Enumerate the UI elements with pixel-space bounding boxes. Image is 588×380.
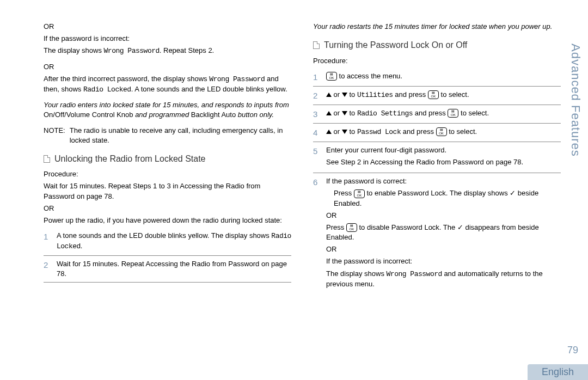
step-row: 5 Enter your current four-digit password… bbox=[313, 142, 561, 173]
left-column: OR If the password is incorrect: The dis… bbox=[44, 22, 291, 348]
down-arrow-icon bbox=[342, 111, 347, 115]
step-number: 6 bbox=[313, 176, 321, 188]
ok-button-icon: ▤OK bbox=[436, 127, 447, 136]
language-tab: English bbox=[528, 364, 588, 380]
display-text: Radio Settings bbox=[357, 109, 413, 118]
procedure-label: Procedure: bbox=[313, 56, 561, 66]
text-or: OR bbox=[44, 22, 291, 32]
text-or: OR bbox=[44, 62, 291, 72]
step-number: 3 bbox=[313, 108, 321, 120]
up-arrow-icon bbox=[326, 130, 332, 134]
step-body: Wait for 15 minutes. Repeat Accessing th… bbox=[57, 259, 291, 279]
step-body: Enter your current four-digit password. … bbox=[326, 145, 561, 169]
page-number: 79 bbox=[567, 345, 578, 356]
text-line: Power up the radio, if you have powered … bbox=[44, 216, 291, 225]
text-line: The display shows Wrong Password. Repeat… bbox=[44, 46, 291, 56]
procedure-label: Procedure: bbox=[44, 169, 291, 179]
step-row: 1 ▤OK to access the menu. bbox=[313, 68, 561, 87]
document-icon bbox=[44, 155, 50, 163]
footer: English bbox=[0, 360, 588, 380]
ok-button-icon: ▤OK bbox=[346, 223, 357, 232]
step-body: or to Radio Settings and press ▤OK to se… bbox=[326, 108, 561, 119]
step-row: 2 or to Utilities and press ▤OK to selec… bbox=[313, 87, 561, 105]
ok-button-icon: ▤OK bbox=[448, 109, 458, 118]
step-body: A tone sounds and the LED double blinks … bbox=[57, 231, 291, 252]
sidebar-section-title: Advanced Features bbox=[568, 44, 583, 157]
note-block: NOTE: The radio is unable to receive any… bbox=[44, 126, 291, 145]
step-number: 1 bbox=[313, 71, 321, 83]
note-label: NOTE: bbox=[44, 126, 65, 145]
up-arrow-icon bbox=[326, 93, 332, 97]
text-line: The display shows Wrong Password and aut… bbox=[326, 269, 561, 289]
step-number: 1 bbox=[44, 231, 51, 242]
down-arrow-icon bbox=[342, 93, 347, 97]
step-row: 2 Wait for 15 minutes. Repeat Accessing … bbox=[44, 256, 291, 283]
text-line: After the third incorrect password, the … bbox=[44, 74, 291, 95]
ok-button-icon: ▤OK bbox=[428, 90, 439, 99]
text-line: Press ▤OK to disable Password Lock. The … bbox=[326, 223, 561, 242]
right-column: Your radio restarts the 15 minutes timer… bbox=[313, 22, 561, 348]
text-line: If the password is incorrect: bbox=[44, 34, 291, 44]
step-number: 2 bbox=[313, 90, 321, 101]
text-or: OR bbox=[44, 204, 291, 213]
step-number: 4 bbox=[313, 127, 321, 138]
ok-button-icon: ▤OK bbox=[326, 72, 337, 81]
step-row: 3 or to Radio Settings and press ▤OK to … bbox=[313, 105, 561, 124]
step-body: If the password is correct: Press ▤OK to… bbox=[326, 176, 561, 291]
section-heading-unlocking: Unlocking the Radio from Locked State bbox=[44, 153, 291, 165]
page-content: OR If the password is incorrect: The dis… bbox=[0, 0, 588, 348]
up-arrow-icon bbox=[326, 111, 332, 115]
note-body: The radio is unable to receive any call,… bbox=[70, 126, 291, 145]
display-text: Wrong Password bbox=[387, 270, 442, 278]
text-line: Press ▤OK to enable Password Lock. The d… bbox=[326, 188, 561, 208]
down-arrow-icon bbox=[342, 130, 347, 134]
step-row: 6 If the password is correct: Press ▤OK … bbox=[313, 173, 561, 295]
step-row: 1 A tone sounds and the LED double blink… bbox=[44, 228, 291, 255]
display-text: Wrong Password bbox=[209, 75, 265, 83]
section-heading-password-lock: Turning the Password Lock On or Off bbox=[313, 39, 561, 51]
italic-note: Your radio enters into locked state for … bbox=[44, 100, 291, 120]
display-text: Utilities bbox=[357, 91, 393, 99]
ok-button-icon: ▤OK bbox=[354, 189, 365, 198]
text-line: If the password is incorrect: bbox=[326, 256, 561, 266]
step-row: 4 or to Passwd Lock and press ▤OK to sel… bbox=[313, 124, 561, 142]
step-number: 2 bbox=[44, 259, 51, 271]
step-body: or to Passwd Lock and press ▤OK to selec… bbox=[326, 127, 561, 137]
text-line: Wait for 15 minutes. Repeat Steps 1 to 3… bbox=[44, 181, 291, 201]
display-text: Passwd Lock bbox=[357, 128, 401, 136]
display-text: Wrong Password bbox=[104, 47, 160, 55]
step-body: or to Utilities and press ▤OK to select. bbox=[326, 90, 561, 100]
step-number: 5 bbox=[313, 145, 321, 157]
text-or: OR bbox=[326, 211, 561, 220]
step-body: ▤OK to access the menu. bbox=[326, 71, 561, 81]
italic-note: Your radio restarts the 15 minutes timer… bbox=[313, 22, 561, 32]
display-text: Radio Locked bbox=[83, 85, 131, 94]
text-or: OR bbox=[326, 244, 561, 254]
document-icon bbox=[313, 41, 320, 49]
